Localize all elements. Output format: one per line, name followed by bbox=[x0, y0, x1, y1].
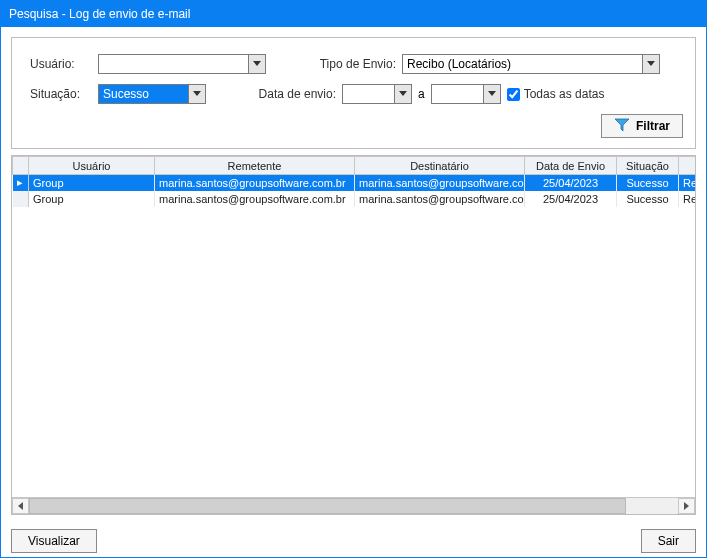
row-marker: ▸ bbox=[13, 175, 29, 191]
cell-remetente: marina.santos@groupsoftware.com.br bbox=[155, 175, 355, 191]
funnel-icon bbox=[614, 117, 630, 136]
table-row[interactable]: Groupmarina.santos@groupsoftware.com.brm… bbox=[13, 191, 696, 207]
svg-marker-0 bbox=[253, 61, 261, 66]
cell-situacao: Sucesso bbox=[617, 175, 679, 191]
cell-data: 25/04/2023 bbox=[525, 175, 617, 191]
data-label: Data de envio: bbox=[246, 87, 342, 101]
sair-label: Sair bbox=[658, 534, 679, 548]
cell-destinatario: marina.santos@groupsoftware.com.br bbox=[355, 175, 525, 191]
svg-marker-3 bbox=[399, 91, 407, 96]
tipo-input[interactable] bbox=[403, 55, 642, 73]
col-tipo[interactable]: T bbox=[679, 157, 696, 175]
col-data[interactable]: Data de Envio bbox=[525, 157, 617, 175]
situacao-combo[interactable] bbox=[98, 84, 206, 104]
tipo-combo[interactable] bbox=[402, 54, 660, 74]
svg-marker-7 bbox=[684, 502, 689, 510]
cell-usuario: Group bbox=[29, 191, 155, 207]
scroll-left-icon[interactable] bbox=[12, 498, 29, 514]
visualizar-button[interactable]: Visualizar bbox=[11, 529, 97, 553]
filter-panel: Usuário: Tipo de Envio: Situação: bbox=[11, 37, 696, 149]
data-from[interactable] bbox=[342, 84, 412, 104]
svg-marker-1 bbox=[647, 61, 655, 66]
data-from-input[interactable] bbox=[343, 85, 394, 103]
col-situacao[interactable]: Situação bbox=[617, 157, 679, 175]
svg-marker-5 bbox=[615, 119, 629, 131]
data-to-input[interactable] bbox=[432, 85, 483, 103]
todas-checkbox-input[interactable] bbox=[507, 88, 520, 101]
chevron-down-icon[interactable] bbox=[642, 55, 659, 73]
scroll-track[interactable] bbox=[29, 498, 678, 514]
footer: Visualizar Sair bbox=[1, 519, 706, 558]
cell-tipo: Recibo ( bbox=[679, 175, 696, 191]
cell-tipo: Recibo (l bbox=[679, 191, 696, 207]
col-remetente[interactable]: Remetente bbox=[155, 157, 355, 175]
cell-data: 25/04/2023 bbox=[525, 191, 617, 207]
results-table[interactable]: Usuário Remetente Destinatário Data de E… bbox=[12, 156, 695, 207]
chevron-down-icon[interactable] bbox=[248, 55, 265, 73]
usuario-combo[interactable] bbox=[98, 54, 266, 74]
chevron-down-icon[interactable] bbox=[394, 85, 411, 103]
svg-marker-4 bbox=[488, 91, 496, 96]
chevron-down-icon[interactable] bbox=[483, 85, 500, 103]
col-usuario[interactable]: Usuário bbox=[29, 157, 155, 175]
usuario-input[interactable] bbox=[99, 55, 248, 73]
window-title: Pesquisa - Log de envio de e-mail bbox=[1, 1, 706, 27]
table-row[interactable]: ▸Groupmarina.santos@groupsoftware.com.br… bbox=[13, 175, 696, 191]
data-to[interactable] bbox=[431, 84, 501, 104]
situacao-input[interactable] bbox=[99, 85, 188, 103]
situacao-label: Situação: bbox=[30, 87, 98, 101]
todas-label: Todas as datas bbox=[524, 87, 605, 101]
range-separator: a bbox=[418, 87, 425, 101]
filtrar-label: Filtrar bbox=[636, 119, 670, 133]
sair-button[interactable]: Sair bbox=[641, 529, 696, 553]
todas-datas-checkbox[interactable]: Todas as datas bbox=[507, 87, 605, 101]
visualizar-label: Visualizar bbox=[28, 534, 80, 548]
col-marker bbox=[13, 157, 29, 175]
results-grid: Usuário Remetente Destinatário Data de E… bbox=[11, 155, 696, 515]
cell-usuario: Group bbox=[29, 175, 155, 191]
col-destinatario[interactable]: Destinatário bbox=[355, 157, 525, 175]
cell-situacao: Sucesso bbox=[617, 191, 679, 207]
usuario-label: Usuário: bbox=[30, 57, 98, 71]
svg-marker-6 bbox=[18, 502, 23, 510]
scroll-thumb[interactable] bbox=[29, 498, 626, 514]
scroll-right-icon[interactable] bbox=[678, 498, 695, 514]
cell-remetente: marina.santos@groupsoftware.com.br bbox=[155, 191, 355, 207]
row-marker bbox=[13, 191, 29, 207]
horizontal-scrollbar[interactable] bbox=[12, 497, 695, 514]
filtrar-button[interactable]: Filtrar bbox=[601, 114, 683, 138]
cell-destinatario: marina.santos@groupsoftware.com.br bbox=[355, 191, 525, 207]
tipo-label: Tipo de Envio: bbox=[306, 57, 402, 71]
chevron-down-icon[interactable] bbox=[188, 85, 205, 103]
svg-marker-2 bbox=[193, 91, 201, 96]
